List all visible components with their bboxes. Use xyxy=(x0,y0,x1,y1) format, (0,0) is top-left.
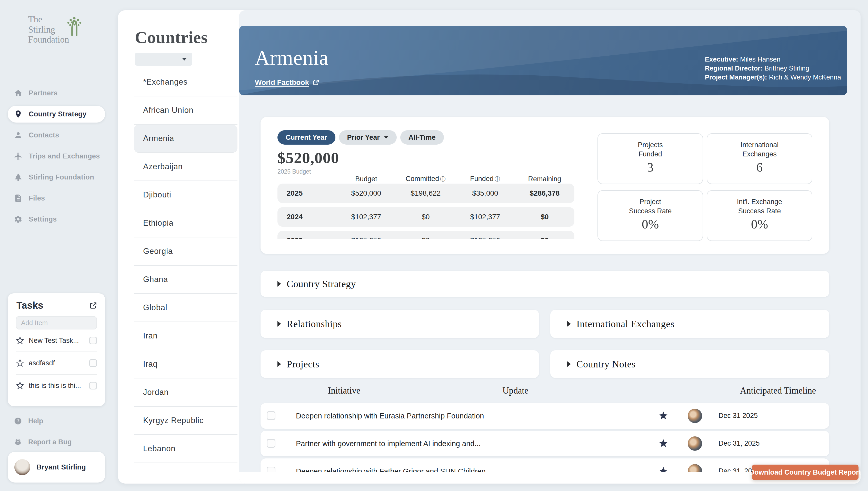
chevron-right-icon xyxy=(278,361,281,367)
task-item: asdfasdf xyxy=(16,352,97,375)
star-icon[interactable] xyxy=(659,411,668,421)
country-item-exchanges[interactable]: *Exchanges xyxy=(134,68,237,96)
initiative-date: Dec 31 2025 xyxy=(719,412,758,420)
task-label[interactable]: this is this is thi... xyxy=(29,382,89,390)
sidebar-item-trips-and-exchanges[interactable]: Trips and Exchanges xyxy=(8,148,105,165)
sidebar-item-stirling-foundation[interactable]: Stirling Foundation xyxy=(8,169,105,185)
app-root: The Stirling Foundation xyxy=(0,0,868,491)
country-item-iraq[interactable]: Iraq xyxy=(134,350,237,378)
countries-heading: Countries xyxy=(135,28,208,47)
tree-logo-icon xyxy=(65,16,84,37)
section-country-strategy[interactable]: Country Strategy xyxy=(261,271,829,297)
budget-table-scroll[interactable]: 2025$520,000$198,622$35,000$286,3782024$… xyxy=(278,183,574,239)
star-icon[interactable] xyxy=(16,337,24,345)
file-icon xyxy=(14,194,23,203)
initiative-title: Partner with government to implement AI … xyxy=(296,439,481,448)
stat-card-int-l-exchange-success-rate: Int'l. ExchangeSuccess Rate0% xyxy=(707,190,812,241)
budget-table-header: BudgetCommittedⓘFundedⓘRemaining xyxy=(278,174,574,183)
open-tasks-external-icon[interactable] xyxy=(89,302,97,310)
main-panel: Countries *ExchangesAfrican UnionArmenia… xyxy=(118,10,861,484)
budget-panel: Current YearPrior YearAll-Time $520,000 … xyxy=(261,117,829,254)
task-item: New Test Task... xyxy=(16,329,97,352)
task-checkbox[interactable] xyxy=(89,359,97,367)
star-icon[interactable] xyxy=(659,438,668,448)
initiative-checkbox[interactable] xyxy=(267,439,276,448)
country-item-armenia[interactable]: Armenia xyxy=(134,125,237,153)
person-icon xyxy=(14,131,23,140)
chevron-right-icon xyxy=(278,321,281,327)
stat-card-projects-funded: ProjectsFunded3 xyxy=(598,133,703,184)
sidebar-item-settings[interactable]: Settings xyxy=(8,211,105,228)
info-icon[interactable]: ⓘ xyxy=(495,176,500,182)
country-item-ethiopia[interactable]: Ethiopia xyxy=(134,209,237,237)
stats-grid: ProjectsFunded3InternationalExchanges6Pr… xyxy=(598,133,813,241)
chevron-down-icon xyxy=(182,58,187,60)
initiatives-col-initiative: Initiative xyxy=(328,386,360,396)
sidebar-item-country-strategy[interactable]: Country Strategy xyxy=(8,106,105,122)
sidebar-item-partners[interactable]: Partners xyxy=(8,85,105,102)
budget-tab-prior-year[interactable]: Prior Year xyxy=(339,130,397,145)
sidebar-item-files[interactable]: Files xyxy=(8,190,105,207)
task-label[interactable]: New Test Task... xyxy=(29,337,89,345)
stat-value: 3 xyxy=(647,160,654,175)
assignee-avatar xyxy=(688,436,702,451)
sidebar-divider xyxy=(10,66,103,66)
bug-icon xyxy=(14,438,22,446)
external-link-icon xyxy=(313,79,319,86)
country-item-georgia[interactable]: Georgia xyxy=(134,237,237,266)
assignee-avatar xyxy=(688,409,702,423)
country-item-african-union[interactable]: African Union xyxy=(134,96,237,125)
country-item-global[interactable]: Global xyxy=(134,294,237,322)
budget-amount: $520,000 xyxy=(278,149,339,167)
section-country-notes[interactable]: Country Notes xyxy=(550,350,829,378)
tasks-title: Tasks xyxy=(17,300,44,311)
world-factbook-link[interactable]: World Factbook xyxy=(255,79,319,87)
country-leadership-info: Executive: Miles Hansen Regional Directo… xyxy=(705,55,841,82)
budget-tab-current-year[interactable]: Current Year xyxy=(278,130,336,145)
tasks-widget: Tasks New Test Task...asdfasdfthis is th… xyxy=(8,293,105,406)
country-item-jordan[interactable]: Jordan xyxy=(134,378,237,407)
sidebar-item-report-bug[interactable]: Report a Bug xyxy=(8,434,105,450)
budget-col-funded: Fundedⓘ xyxy=(455,175,515,183)
user-menu[interactable]: Bryant Stirling xyxy=(8,452,105,483)
country-item-kyrgyz-republic[interactable]: Kyrgyz Republic xyxy=(134,407,237,435)
star-icon[interactable] xyxy=(16,359,24,367)
budget-row-2024: 2024$102,377$0$102,377$0 xyxy=(278,207,574,227)
section-projects[interactable]: Projects xyxy=(261,350,539,378)
download-country-budget-report-button[interactable]: Download Country Budget Report xyxy=(752,465,859,480)
add-task-input[interactable] xyxy=(16,316,97,329)
help-icon xyxy=(14,417,22,425)
sidebar-item-help[interactable]: Help xyxy=(8,413,105,429)
initiative-title: Deepen relationship with Eurasia Partner… xyxy=(296,412,484,420)
section-relationships[interactable]: Relationships xyxy=(261,310,539,338)
user-name: Bryant Stirling xyxy=(36,463,86,471)
stat-card-international-exchanges: InternationalExchanges6 xyxy=(707,133,812,184)
task-checkbox[interactable] xyxy=(89,382,97,389)
chevron-right-icon xyxy=(278,281,281,287)
task-checkbox[interactable] xyxy=(89,337,97,344)
budget-tab-all-time[interactable]: All-Time xyxy=(400,130,444,145)
gear-icon xyxy=(14,215,23,224)
info-icon[interactable]: ⓘ xyxy=(440,176,446,182)
budget-period-tabs: Current YearPrior YearAll-Time xyxy=(278,130,444,145)
stat-value: 0% xyxy=(642,216,659,232)
country-banner: Armenia World Factbook Executive: Miles … xyxy=(239,26,847,95)
stat-card-project-success-rate: ProjectSuccess Rate0% xyxy=(598,190,703,241)
budget-col-budget: Budget xyxy=(337,175,396,183)
task-item: this is this is thi... xyxy=(16,375,97,397)
initiative-checkbox[interactable] xyxy=(267,411,276,420)
budget-row-2025: 2025$520,000$198,622$35,000$286,378 xyxy=(278,183,574,203)
country-item-ghana[interactable]: Ghana xyxy=(134,266,237,294)
tree-icon xyxy=(14,173,23,181)
country-item-djibouti[interactable]: Djibouti xyxy=(134,181,237,209)
country-item-lebanon[interactable]: Lebanon xyxy=(134,435,237,463)
initiative-row: Partner with government to implement AI … xyxy=(261,431,829,456)
chevron-down-icon xyxy=(384,136,388,139)
country-item-iran[interactable]: Iran xyxy=(134,322,237,350)
country-item-azerbaijan[interactable]: Azerbaijan xyxy=(134,153,237,181)
countries-filter-select[interactable] xyxy=(135,53,192,66)
section-international-exchanges[interactable]: International Exchanges xyxy=(550,310,829,338)
task-label[interactable]: asdfasdf xyxy=(29,359,89,367)
sidebar-item-contacts[interactable]: Contacts xyxy=(8,127,105,144)
star-icon[interactable] xyxy=(16,381,24,390)
